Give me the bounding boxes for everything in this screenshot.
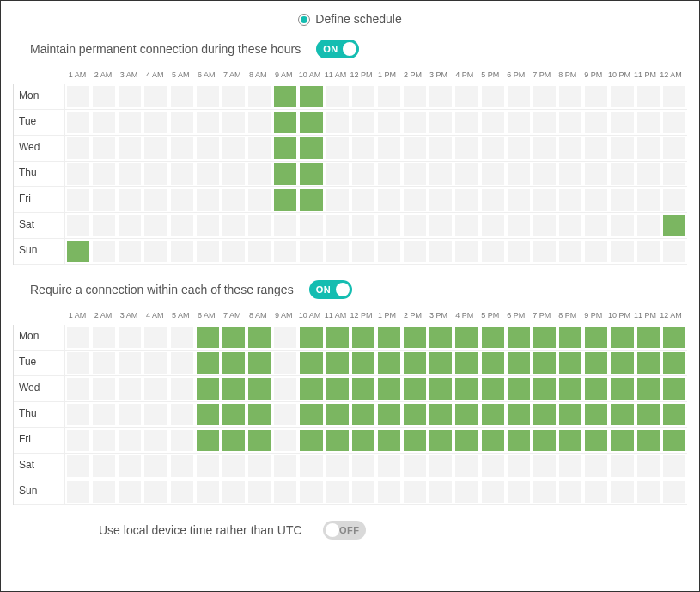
schedule-cell[interactable] <box>350 402 376 427</box>
schedule-cell[interactable] <box>65 162 91 186</box>
schedule-cell[interactable] <box>143 213 168 238</box>
schedule-cell[interactable] <box>506 479 532 504</box>
schedule-cell[interactable] <box>298 239 324 264</box>
schedule-cell[interactable] <box>532 213 557 238</box>
schedule-cell[interactable] <box>143 376 168 401</box>
schedule-cell[interactable] <box>480 454 506 479</box>
schedule-cell[interactable] <box>117 325 143 350</box>
schedule-cell[interactable] <box>583 428 609 453</box>
schedule-cell[interactable] <box>583 162 609 186</box>
schedule-cell[interactable] <box>169 187 195 212</box>
schedule-cell[interactable] <box>143 402 168 427</box>
schedule-cell[interactable] <box>91 376 117 401</box>
schedule-cell[interactable] <box>506 187 532 212</box>
schedule-cell[interactable] <box>169 454 195 479</box>
schedule-cell[interactable] <box>532 239 557 264</box>
schedule-cell[interactable] <box>376 351 402 375</box>
schedule-cell[interactable] <box>583 136 609 161</box>
schedule-cell[interactable] <box>65 479 91 504</box>
schedule-cell[interactable] <box>609 479 635 504</box>
schedule-cell[interactable] <box>65 187 91 212</box>
schedule-cell[interactable] <box>636 110 661 135</box>
schedule-cell[interactable] <box>583 213 609 238</box>
schedule-cell[interactable] <box>195 479 221 504</box>
schedule-cell[interactable] <box>376 376 402 401</box>
schedule-cell[interactable] <box>661 162 687 186</box>
schedule-cell[interactable] <box>661 428 687 453</box>
schedule-cell[interactable] <box>195 110 221 135</box>
schedule-cell[interactable] <box>247 454 272 479</box>
schedule-cell[interactable] <box>532 110 557 135</box>
schedule-cell[interactable] <box>65 428 91 453</box>
schedule-cell[interactable] <box>636 402 661 427</box>
schedule-cell[interactable] <box>143 187 168 212</box>
schedule-cell[interactable] <box>636 213 661 238</box>
schedule-cell[interactable] <box>350 376 376 401</box>
schedule-cell[interactable] <box>636 187 661 212</box>
schedule-cell[interactable] <box>325 325 350 350</box>
schedule-cell[interactable] <box>609 213 635 238</box>
schedule-cell[interactable] <box>272 213 298 238</box>
schedule-cell[interactable] <box>195 136 221 161</box>
schedule-cell[interactable] <box>350 162 376 186</box>
schedule-cell[interactable] <box>143 454 168 479</box>
schedule-cell[interactable] <box>143 239 168 264</box>
schedule-cell[interactable] <box>453 402 479 427</box>
schedule-cell[interactable] <box>221 479 247 504</box>
schedule-cell[interactable] <box>557 136 583 161</box>
schedule-cell[interactable] <box>636 351 661 375</box>
schedule-cell[interactable] <box>557 428 583 453</box>
schedule-cell[interactable] <box>661 213 687 238</box>
schedule-cell[interactable] <box>506 402 532 427</box>
schedule-cell[interactable] <box>428 428 453 453</box>
schedule-cell[interactable] <box>453 239 479 264</box>
schedule-cell[interactable] <box>532 187 557 212</box>
schedule-cell[interactable] <box>428 351 453 375</box>
schedule-cell[interactable] <box>402 136 428 161</box>
schedule-cell[interactable] <box>169 479 195 504</box>
schedule-cell[interactable] <box>143 110 168 135</box>
schedule-cell[interactable] <box>169 84 195 109</box>
schedule-cell[interactable] <box>325 162 350 186</box>
schedule-cell[interactable] <box>428 136 453 161</box>
schedule-cell[interactable] <box>557 402 583 427</box>
schedule-cell[interactable] <box>636 136 661 161</box>
schedule-cell[interactable] <box>221 213 247 238</box>
schedule-cell[interactable] <box>298 479 324 504</box>
schedule-cell[interactable] <box>91 213 117 238</box>
schedule-cell[interactable] <box>557 84 583 109</box>
schedule-cell[interactable] <box>195 239 221 264</box>
schedule-cell[interactable] <box>143 351 168 375</box>
schedule-cell[interactable] <box>350 351 376 375</box>
schedule-cell[interactable] <box>195 428 221 453</box>
schedule-cell[interactable] <box>480 428 506 453</box>
schedule-cell[interactable] <box>376 479 402 504</box>
schedule-cell[interactable] <box>65 239 91 264</box>
schedule-cell[interactable] <box>350 110 376 135</box>
schedule-cell[interactable] <box>636 454 661 479</box>
schedule-cell[interactable] <box>169 136 195 161</box>
schedule-cell[interactable] <box>350 454 376 479</box>
schedule-cell[interactable] <box>428 402 453 427</box>
schedule-cell[interactable] <box>169 325 195 350</box>
schedule-cell[interactable] <box>428 187 453 212</box>
schedule-cell[interactable] <box>557 239 583 264</box>
schedule-cell[interactable] <box>506 136 532 161</box>
schedule-cell[interactable] <box>636 162 661 186</box>
schedule-cell[interactable] <box>65 136 91 161</box>
schedule-cell[interactable] <box>376 110 402 135</box>
schedule-cell[interactable] <box>65 325 91 350</box>
schedule-cell[interactable] <box>480 325 506 350</box>
schedule-cell[interactable] <box>117 454 143 479</box>
schedule-cell[interactable] <box>272 136 298 161</box>
schedule-cell[interactable] <box>583 84 609 109</box>
schedule-cell[interactable] <box>609 454 635 479</box>
schedule-cell[interactable] <box>557 187 583 212</box>
schedule-cell[interactable] <box>583 110 609 135</box>
schedule-cell[interactable] <box>636 479 661 504</box>
schedule-cell[interactable] <box>247 351 272 375</box>
schedule-cell[interactable] <box>221 454 247 479</box>
schedule-cell[interactable] <box>661 136 687 161</box>
schedule-cell[interactable] <box>272 239 298 264</box>
schedule-cell[interactable] <box>480 162 506 186</box>
